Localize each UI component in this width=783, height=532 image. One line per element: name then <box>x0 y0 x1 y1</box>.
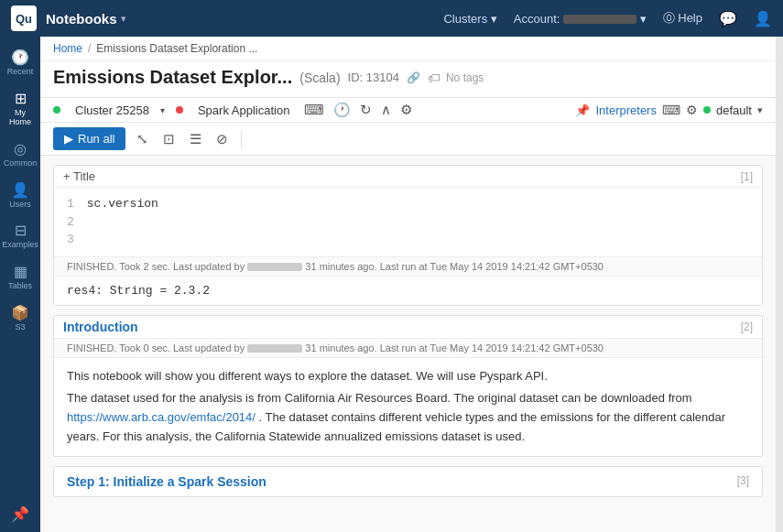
sidebar-item-s3[interactable]: 📦 S3 <box>2 299 38 337</box>
sidebar-label-my-home: My Home <box>4 109 37 127</box>
pin-icon[interactable]: 📌 <box>11 505 29 523</box>
breadcrumb-separator: / <box>88 42 91 55</box>
keyboard-shortcut-icon[interactable]: ⌨ <box>662 103 680 117</box>
spark-status-dot <box>176 106 183 114</box>
refresh-icon[interactable]: ↻ <box>360 102 372 118</box>
permalink-icon[interactable]: 🔗 <box>407 71 420 84</box>
sidebar-item-my-home[interactable]: ⊞ My Home <box>2 85 38 132</box>
split-view-icon[interactable]: ⊡ <box>159 129 179 149</box>
keyboard-icon[interactable]: ⌨ <box>304 102 324 118</box>
cell-2-body: This notebook will show you different wa… <box>54 358 762 456</box>
markdown-cell-2: Introduction [2] FINISHED. Took 0 sec. L… <box>53 315 763 457</box>
notebook-content[interactable]: + Title [1] 123sc.version FINISHED. Took… <box>40 156 776 532</box>
run-all-button[interactable]: Run all <box>53 127 125 150</box>
breadcrumb: Home / Emissions Dataset Exploration ... <box>40 37 776 61</box>
notebook-id: ID: 13104 <box>348 71 399 84</box>
help-nav-button[interactable]: ⓪ Help <box>663 10 702 27</box>
sidebar-label-tables: Tables <box>8 282 32 291</box>
cell-1-header: + Title [1] <box>54 166 762 188</box>
interp-settings-icon[interactable]: ⚙ <box>686 103 698 117</box>
cell-2-number: [2] <box>741 320 753 333</box>
interp-dropdown-arrow[interactable]: ▾ <box>757 104 763 116</box>
sidebar-label-examples: Examples <box>2 241 38 250</box>
cell-1-status: FINISHED. Took 2 sec. Last updated by 31… <box>54 256 762 276</box>
push-pin-icon: 📌 <box>575 103 590 117</box>
nav-title-dropdown-icon[interactable]: ▾ <box>121 13 126 25</box>
sidebar-label-recent: Recent <box>7 68 34 77</box>
main-layout: 🕐 Recent ⊞ My Home ◎ Common 👤 Users ⊟ Ex… <box>0 37 783 532</box>
no-tags-label: No tags <box>446 71 484 84</box>
sidebar-item-tables[interactable]: ▦ Tables <box>2 258 38 296</box>
code-cell-1: + Title [1] 123sc.version FINISHED. Took… <box>53 165 763 306</box>
run-play-icon <box>64 132 73 146</box>
interpreters-link[interactable]: Interpreters <box>595 103 656 117</box>
cell-2-body-line1: This notebook will show you different wa… <box>67 367 749 386</box>
users-icon: 👤 <box>11 181 29 199</box>
settings-icon[interactable]: ⚙ <box>400 102 412 118</box>
app-title: Notebooks <box>46 11 117 27</box>
clock-icon[interactable]: 🕐 <box>333 102 351 118</box>
cell-2-heading[interactable]: Introduction <box>63 320 138 334</box>
interp-default-dropdown[interactable]: default <box>716 103 752 117</box>
cell-1-author-masked <box>247 263 302 271</box>
cluster-actions: ⌨ 🕐 ↻ ∧ ⚙ <box>304 102 412 118</box>
breadcrumb-current: Emissions Dataset Exploration ... <box>96 42 257 55</box>
cell-3-heading[interactable]: Step 1: Initialize a Spark Session <box>67 474 266 489</box>
tag-icon: 🏷 <box>428 71 440 85</box>
nav-right-section: Clusters ▾ Account: ▾ ⓪ Help 💬 👤 <box>443 10 772 27</box>
s3-icon: 📦 <box>11 304 29 321</box>
right-scrollbar[interactable] <box>776 37 783 532</box>
expand-icon[interactable]: ⤡ <box>133 129 152 149</box>
cluster-bar: Cluster 25258 ▾ Spark Application ⌨ 🕐 ↻ … <box>40 98 776 123</box>
notebook-header: Emissions Dataset Explor... (Scala) ID: … <box>40 61 776 98</box>
cell-2-body-line2: The dataset used for the analysis is fro… <box>67 389 749 446</box>
tag-area: 🏷 No tags <box>428 71 484 85</box>
my-home-icon: ⊞ <box>15 90 27 107</box>
sidebar-label-s3: S3 <box>15 323 25 332</box>
collapse-icon[interactable]: ∧ <box>381 102 391 118</box>
toolbar: Run all ⤡ ⊡ ☰ ⊘ <box>40 123 776 156</box>
tables-icon: ▦ <box>14 263 27 280</box>
interpreters-section: 📌 Interpreters ⌨ ⚙ default ▾ <box>575 103 763 117</box>
breadcrumb-home-link[interactable]: Home <box>53 42 82 55</box>
sidebar: 🕐 Recent ⊞ My Home ◎ Common 👤 Users ⊟ Ex… <box>0 37 40 532</box>
user-account-icon[interactable]: 👤 <box>754 10 772 27</box>
recent-icon: 🕐 <box>11 49 29 66</box>
sidebar-item-users[interactable]: 👤 Users <box>2 177 38 214</box>
cell-1-line-numbers: 123 <box>67 195 74 249</box>
cell-2-author-masked <box>247 344 302 353</box>
app-logo: Qu <box>11 5 37 31</box>
cluster-status-dot <box>53 106 60 114</box>
cluster-name[interactable]: Cluster 25258 <box>75 103 149 117</box>
cell-2-header: Introduction [2] <box>54 316 762 339</box>
cell-1-code-content: sc.version <box>87 197 158 211</box>
step-cell-3: [3] Step 1: Initialize a Spark Session <box>53 466 763 497</box>
common-icon: ◎ <box>14 140 27 157</box>
cell-2-status: FINISHED. Took 0 sec. Last updated by 31… <box>54 339 762 358</box>
cell-1-code[interactable]: 123sc.version <box>54 188 762 256</box>
arb-link[interactable]: https://www.arb.ca.gov/emfac/2014/ <box>67 410 256 424</box>
sidebar-item-examples[interactable]: ⊟ Examples <box>2 217 38 255</box>
cell-1-number: [1] <box>741 170 753 183</box>
spark-app-label: Spark Application <box>198 103 289 117</box>
clear-icon[interactable]: ⊘ <box>212 129 232 149</box>
clusters-nav-button[interactable]: Clusters ▾ <box>443 12 496 26</box>
content-area: Home / Emissions Dataset Exploration ...… <box>40 37 776 532</box>
run-all-label: Run all <box>78 132 114 146</box>
cell-3-number: [3] <box>737 474 749 487</box>
sidebar-item-recent[interactable]: 🕐 Recent <box>2 44 38 81</box>
cell-1-title[interactable]: + Title <box>63 169 95 183</box>
list-icon[interactable]: ☰ <box>186 129 205 149</box>
cluster-dropdown-icon[interactable]: ▾ <box>160 105 165 115</box>
notebook-lang: (Scala) <box>299 71 340 85</box>
notebook-title-row: Emissions Dataset Explor... (Scala) ID: … <box>53 67 763 88</box>
examples-icon: ⊟ <box>15 222 27 239</box>
notebook-title: Emissions Dataset Explor... <box>53 67 292 88</box>
sidebar-label-common: Common <box>4 159 38 168</box>
interp-status-dot <box>703 106 711 114</box>
account-nav-button[interactable]: Account: ▾ <box>514 12 647 26</box>
sidebar-item-common[interactable]: ◎ Common <box>2 136 38 173</box>
cell-1-output-value: res4: String = 2.3.2 <box>67 284 210 298</box>
chat-icon[interactable]: 💬 <box>719 10 737 27</box>
toolbar-separator <box>241 130 242 148</box>
